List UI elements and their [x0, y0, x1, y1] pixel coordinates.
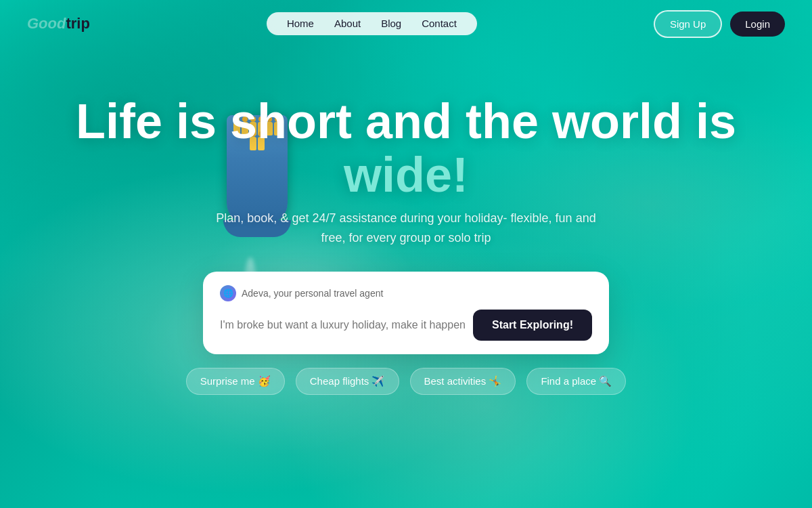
nav-actions: Sign Up Login [654, 10, 785, 38]
search-box: 🌐 Adeva, your personal travel agent Star… [203, 272, 609, 354]
logo-good: Good [27, 15, 66, 33]
nav-link-about[interactable]: About [334, 18, 361, 29]
hero-subtitle: Plan, book, & get 24/7 assistance during… [203, 209, 609, 248]
navbar: Good trip Home About Blog Contact Sign U… [0, 0, 812, 47]
logo-trip: trip [66, 15, 89, 33]
nav-link-home[interactable]: Home [287, 18, 314, 29]
agent-name: Adeva, your personal travel agent [242, 288, 383, 299]
quick-pill-best-activities[interactable]: Best activities 🤸 [410, 368, 516, 395]
quick-actions: Surprise me 🥳 Cheap flights ✈️ Best acti… [27, 368, 785, 395]
agent-avatar: 🌐 [220, 285, 236, 301]
agent-label-row: 🌐 Adeva, your personal travel agent [220, 285, 592, 301]
quick-pill-find-place[interactable]: Find a place 🔍 [526, 368, 626, 395]
signup-button[interactable]: Sign Up [654, 10, 722, 38]
search-input[interactable] [220, 314, 465, 337]
search-input-row: Start Exploring! [220, 310, 592, 341]
hero-content: Life is short and the world is wide! Pla… [0, 95, 812, 395]
nav-link-contact[interactable]: Contact [422, 18, 457, 29]
hero-title: Life is short and the world is wide! [27, 95, 785, 202]
logo: Good trip [27, 15, 90, 33]
nav-item-home[interactable]: Home [287, 18, 314, 30]
nav-item-contact[interactable]: Contact [422, 18, 457, 30]
explore-button[interactable]: Start Exploring! [473, 310, 592, 341]
quick-pill-cheap-flights[interactable]: Cheap flights ✈️ [296, 368, 399, 395]
nav-item-about[interactable]: About [334, 18, 361, 30]
nav-item-blog[interactable]: Blog [381, 18, 401, 30]
nav-links: Home About Blog Contact [267, 12, 477, 35]
quick-pill-surprise[interactable]: Surprise me 🥳 [186, 368, 285, 395]
hero-title-line1: Life is short and the world is [76, 94, 736, 148]
login-button[interactable]: Login [730, 12, 785, 37]
nav-link-blog[interactable]: Blog [381, 18, 401, 29]
hero-title-line2: wide! [344, 148, 468, 202]
